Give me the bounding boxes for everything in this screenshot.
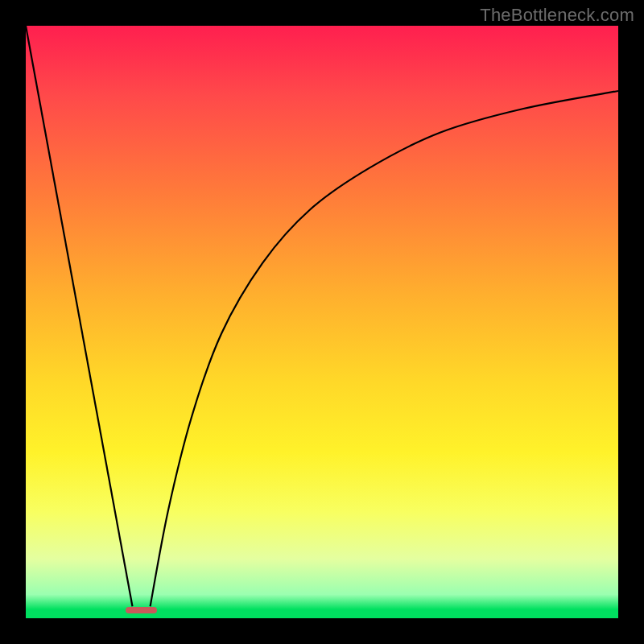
watermark-text: TheBottleneck.com bbox=[480, 5, 634, 26]
plot-area bbox=[26, 26, 618, 618]
curve-right bbox=[151, 91, 618, 606]
bottleneck-curve bbox=[26, 26, 618, 618]
curve-left bbox=[26, 26, 133, 606]
optimal-marker bbox=[126, 607, 156, 613]
chart-frame: TheBottleneck.com bbox=[0, 0, 644, 644]
